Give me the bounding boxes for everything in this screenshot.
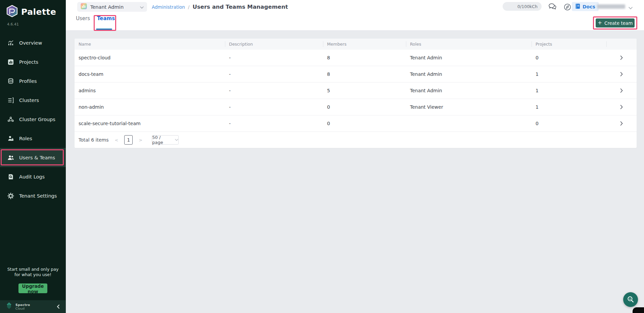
user-chevron-down-icon[interactable] [629,4,633,11]
cluster-groups-icon [7,116,14,123]
sidebar: Palette 4.6.41 Overview [0,0,66,313]
roles-icon [7,135,14,142]
palette-logo[interactable]: Palette [6,5,56,19]
topbar: Tenant Admin Administration / Users and … [66,0,644,30]
users-teams-icon [7,154,14,161]
sidebar-item-audit-logs[interactable]: Audit Logs [0,167,66,186]
sidebar-item-overview[interactable]: Overview [0,33,66,52]
table-row-scale-secure-tutorial-team[interactable]: scale-secure-tutorial-team - 0 0 [75,115,637,132]
pagination-total: Total 6 items [79,137,108,143]
help-search-fab[interactable] [623,292,638,307]
breadcrumb-link-administration[interactable]: Administration [152,4,185,10]
pagination-next-button[interactable]: > [138,138,143,143]
teams-table: Name Description Members Roles Projects … [75,39,637,148]
row-chevron-right-icon[interactable] [620,88,623,93]
scope-selector[interactable]: Tenant Admin [77,2,147,12]
chevron-down-icon [175,139,178,141]
promo-line-1: Start small and only pay [0,267,66,272]
cell-projects: 1 [532,88,606,93]
user-menu[interactable] [597,4,625,9]
sidebar-item-cluster-groups[interactable]: Cluster Groups [0,110,66,129]
column-header-members: Members [323,39,406,50]
sidebar-item-tenant-settings[interactable]: Tenant Settings [0,186,66,205]
cell-members: 8 [323,55,406,60]
sidebar-item-label: Projects [19,59,38,65]
usage-counter: 0/100kCh [503,2,542,11]
sidebar-item-label: Audit Logs [19,174,45,179]
main-content: Name Description Members Roles Projects … [66,30,644,313]
docs-button[interactable]: Docs [572,2,599,11]
pagination-bar: Total 6 items < 1 > 50 / page [75,132,637,148]
palette-hexagon-icon [6,5,18,19]
table-row-docs-team[interactable]: docs-team - 8 Tenant Admin 1 [75,66,637,83]
upgrade-promo: Start small and only pay for what you us… [0,267,66,277]
cell-roles: Tenant Admin [406,55,532,60]
chevron-down-icon [140,4,144,10]
palette-app: Palette 4.6.41 Overview [0,0,644,313]
usage-counter-value: 0/100kCh [517,4,538,9]
cell-projects: 0 [532,55,606,60]
cell-name: docs-team [75,71,225,77]
cell-description: - [225,71,323,77]
clusters-icon [7,97,14,104]
cell-name: spectro-cloud [75,55,225,60]
sidebar-item-projects[interactable]: Projects [0,52,66,71]
sidebar-item-clusters[interactable]: Clusters [0,91,66,110]
tab-teams[interactable]: Teams [97,15,115,21]
sidebar-item-label: Cluster Groups [19,117,55,122]
column-header-description: Description [225,39,323,50]
table-row-admins[interactable]: admins - 5 Tenant Admin 1 [75,83,637,99]
scope-label: Tenant Admin [90,4,124,10]
cell-name: scale-secure-tutorial-team [75,121,225,126]
screen-corner-overlay [633,307,644,313]
page-size-select[interactable]: 50 / page [152,135,179,145]
cell-description: - [225,104,323,110]
cell-members: 8 [323,71,406,77]
cell-members: 0 [323,104,406,110]
page-title: Users and Teams Management [193,4,288,10]
pagination-prev-button[interactable]: < [114,138,119,143]
logo-text: Palette [21,7,56,17]
table-row-spectro-cloud[interactable]: spectro-cloud - 8 Tenant Admin 0 [75,50,637,66]
create-team-button[interactable]: + Create team [596,18,635,28]
column-header-actions [606,39,637,50]
cell-members: 5 [323,88,406,93]
breadcrumb-separator: / [188,4,190,10]
row-chevron-right-icon[interactable] [620,105,623,109]
docs-label: Docs [583,4,595,9]
column-header-name: Name [75,39,225,50]
breadcrumb: Administration / Users and Teams Managem… [152,0,288,14]
row-chevron-right-icon[interactable] [620,121,623,126]
column-header-projects: Projects [532,39,606,50]
cell-roles: Tenant Viewer [406,104,532,110]
row-chevron-right-icon[interactable] [620,55,623,60]
table-header-row: Name Description Members Roles Projects [75,39,637,50]
upgrade-now-button[interactable]: Upgrade now [18,283,47,293]
sidebar-nav: Overview Projects [0,33,66,205]
sidebar-item-label: Profiles [19,79,37,84]
profiles-icon [7,78,14,85]
column-header-roles: Roles [406,39,532,50]
table-row-non-admin[interactable]: non-admin - 0 Tenant Viewer 1 [75,99,637,115]
pagination-page-1[interactable]: 1 [124,135,133,145]
app-version: 4.6.41 [7,22,19,27]
promo-line-2: for what you use! [0,272,66,277]
sidebar-item-users-teams[interactable]: Users & Teams [0,148,66,167]
sidebar-item-label: Overview [19,40,42,46]
book-icon [575,3,580,10]
sidebar-collapse-button[interactable] [56,304,60,309]
sidebar-item-label: Users & Teams [19,155,55,160]
projects-icon [7,59,14,65]
create-team-label: Create team [604,20,633,26]
spectro-cloud-logo-icon [5,302,13,311]
sidebar-item-roles[interactable]: Roles [0,129,66,148]
row-chevron-right-icon[interactable] [620,72,623,76]
plus-icon: + [598,20,602,25]
sidebar-item-profiles[interactable]: Profiles [0,71,66,91]
cell-name: non-admin [75,104,225,110]
tab-users[interactable]: Users [76,15,90,21]
chat-icon[interactable] [548,3,557,11]
sidebar-footer: Spectro Cloud [0,300,66,313]
compass-icon[interactable] [563,3,571,11]
cell-name: admins [75,88,225,93]
